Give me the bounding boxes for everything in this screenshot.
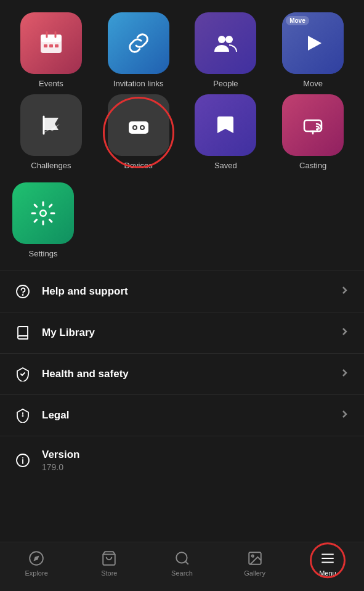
casting-label: Casting <box>299 161 326 170</box>
explore-nav-label: Explore <box>25 569 47 577</box>
svg-point-25 <box>23 416 23 417</box>
menu-item-legal[interactable]: Legal <box>0 395 364 436</box>
events-label: Events <box>39 79 63 88</box>
svg-rect-1 <box>41 35 62 42</box>
legal-label: Legal <box>42 409 69 422</box>
move-icon-bg: Move <box>282 12 344 74</box>
menu-item-legal-left: Legal <box>15 407 69 423</box>
svg-point-7 <box>218 36 225 43</box>
svg-rect-5 <box>49 44 53 47</box>
settings-label: Settings <box>29 249 58 258</box>
nav-item-gallery[interactable]: Gallery <box>219 550 291 577</box>
app-item-saved[interactable]: Saved <box>187 94 265 170</box>
move-badge: Move <box>286 16 309 25</box>
version-label: Version <box>42 449 79 461</box>
people-icon-bg <box>195 12 256 74</box>
devices-icon-bg <box>108 94 169 156</box>
version-section: Version 179.0 <box>0 436 364 484</box>
settings-icon-bg <box>12 182 74 244</box>
gallery-nav-label: Gallery <box>244 569 265 577</box>
app-item-devices[interactable]: Devices <box>100 94 177 170</box>
bag-icon <box>101 550 117 566</box>
svg-rect-16 <box>304 120 322 131</box>
menu-list: Help and support My Library <box>0 271 364 484</box>
search-icon <box>174 550 190 566</box>
invite-icon-bg <box>108 12 169 74</box>
calendar-icon <box>38 30 65 57</box>
casting-icon-bg <box>282 94 344 156</box>
svg-point-35 <box>251 555 253 557</box>
play-icon <box>299 30 326 57</box>
svg-point-23 <box>23 295 23 295</box>
flag-icon <box>38 112 65 139</box>
app-item-people[interactable]: People <box>187 12 265 88</box>
help-chevron <box>339 285 349 298</box>
gear-icon <box>30 200 57 227</box>
gallery-icon <box>247 550 263 566</box>
challenges-icon-bg <box>20 94 82 156</box>
move-label: Move <box>303 79 323 88</box>
invite-label: Invitation links <box>113 79 164 88</box>
nav-item-search[interactable]: Search <box>145 550 218 577</box>
version-number: 179.0 <box>42 462 79 472</box>
app-item-challenges[interactable]: Challenges <box>12 94 90 170</box>
menu-item-help-left: Help and support <box>15 283 128 300</box>
svg-marker-30 <box>34 555 39 561</box>
casting-icon <box>299 112 326 139</box>
svg-rect-11 <box>129 121 148 134</box>
svg-point-17 <box>316 128 318 131</box>
library-label: My Library <box>42 327 95 339</box>
app-grid-row1: Events Invitation links Pe <box>0 0 364 94</box>
bottom-nav: Explore Store Search Gallery <box>0 542 364 591</box>
svg-line-33 <box>185 561 188 565</box>
compass-icon <box>28 550 44 566</box>
health-chevron <box>339 368 349 380</box>
menu-item-library[interactable]: My Library <box>0 312 364 354</box>
app-item-casting[interactable]: Casting <box>274 94 352 170</box>
health-label: Health and safety <box>42 368 129 380</box>
events-icon-bg <box>20 12 82 74</box>
nav-item-menu[interactable]: Menu <box>291 550 364 577</box>
info-icon <box>15 452 31 468</box>
legal-icon <box>15 407 31 423</box>
saved-icon-bg <box>195 94 256 156</box>
saved-label: Saved <box>214 161 237 170</box>
svg-point-32 <box>176 552 187 563</box>
bookmark-icon <box>212 112 239 139</box>
nav-item-store[interactable]: Store <box>73 550 145 577</box>
svg-rect-6 <box>55 44 59 47</box>
app-item-invite[interactable]: Invitation links <box>100 12 177 88</box>
app-item-events[interactable]: Events <box>12 12 90 88</box>
challenges-label: Challenges <box>31 161 71 170</box>
people-label: People <box>213 79 238 88</box>
app-grid-row2: Challenges Devices <box>0 94 364 176</box>
version-text: Version 179.0 <box>42 449 79 472</box>
svg-point-14 <box>134 126 136 129</box>
book-icon <box>15 325 31 341</box>
menu-nav-label: Menu <box>319 569 336 577</box>
app-item-settings[interactable]: Settings <box>12 182 74 258</box>
nav-item-explore[interactable]: Explore <box>0 550 73 577</box>
devices-icon <box>125 112 152 139</box>
link-icon <box>125 30 152 57</box>
move-content: Move <box>282 12 344 74</box>
svg-point-8 <box>225 36 233 43</box>
devices-label: Devices <box>124 161 153 170</box>
help-label: Help and support <box>42 285 128 298</box>
svg-point-21 <box>41 211 46 216</box>
main-content: Events Invitation links Pe <box>0 0 364 540</box>
legal-chevron <box>339 409 349 422</box>
svg-point-15 <box>141 126 144 129</box>
store-nav-label: Store <box>101 569 117 577</box>
menu-item-health-left: Health and safety <box>15 366 129 382</box>
search-nav-label: Search <box>171 569 193 577</box>
menu-icon <box>320 550 336 566</box>
app-item-move[interactable]: Move Move <box>274 12 352 88</box>
svg-rect-4 <box>44 44 47 47</box>
menu-item-library-left: My Library <box>15 325 95 341</box>
settings-row: Settings <box>0 176 364 271</box>
shield-icon <box>15 366 31 382</box>
library-chevron <box>339 327 349 339</box>
menu-item-help[interactable]: Help and support <box>0 271 364 312</box>
menu-item-health[interactable]: Health and safety <box>0 354 364 395</box>
